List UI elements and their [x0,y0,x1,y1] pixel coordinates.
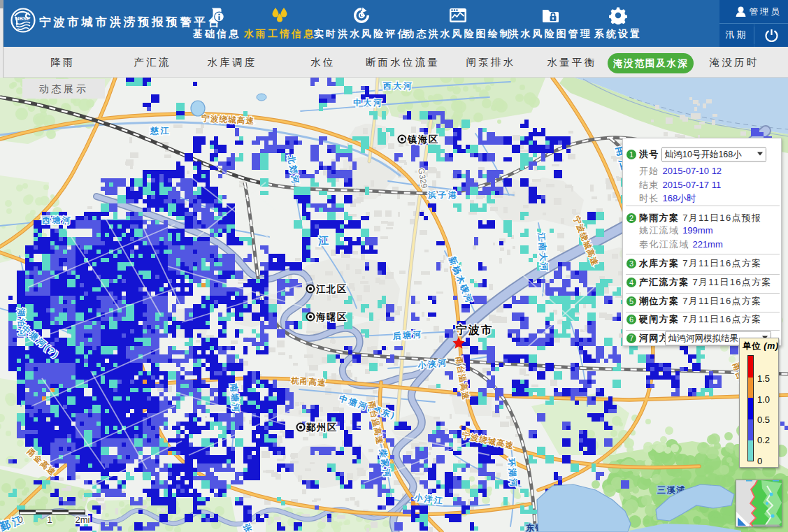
svg-text:镇海区: 镇海区 [407,134,439,145]
svg-text:西大河: 西大河 [382,81,413,91]
svg-text:中大河: 中大河 [353,98,383,108]
svg-text:浜子港: 浜子港 [427,190,458,200]
svg-text:西塘河: 西塘河 [41,215,72,225]
svg-text:海曙区: 海曙区 [315,312,348,322]
svg-text:江北区: 江北区 [315,284,348,294]
svg-text:0: 0 [19,515,23,525]
svg-text:慈江: 慈江 [150,126,171,136]
svg-text:NBSL: NBSL [15,15,30,22]
svg-text:2mi: 2mi [76,515,90,525]
svg-text:江: 江 [317,234,331,246]
svg-text:1: 1 [47,515,52,525]
svg-text:鄞州区: 鄞州区 [306,422,338,433]
svg-text:宁波市: 宁波市 [456,324,493,336]
